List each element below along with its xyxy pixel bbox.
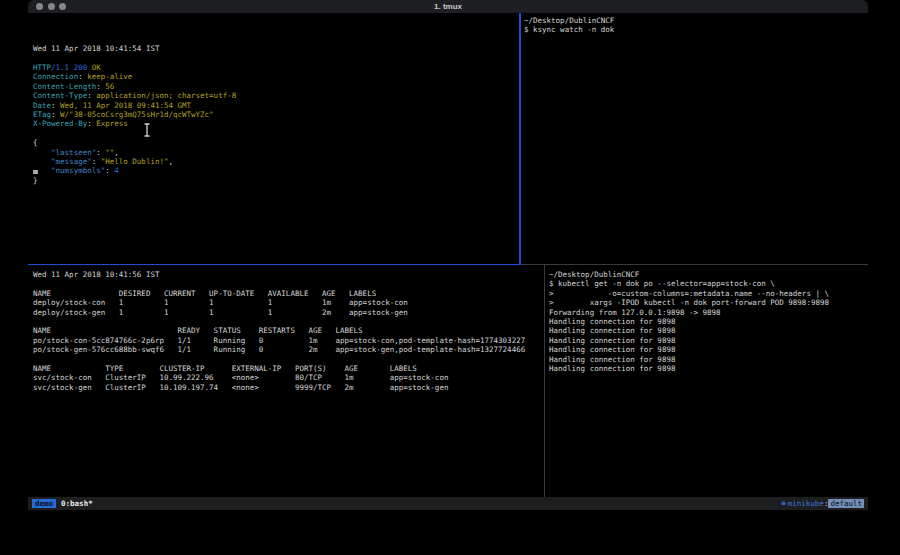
- terminal-line: $ ksync watch -n dok: [524, 25, 868, 34]
- terminal-line: po/stock-gen-576cc688bb-swqf6 1/1 Runnin…: [33, 345, 543, 354]
- pane-port-forward[interactable]: ~/Desktop/DublinCNCF$ kubectl get -n dok…: [545, 265, 868, 497]
- terminal-line: {: [33, 138, 519, 147]
- terminal-line: Handling connection for 9898: [549, 364, 868, 373]
- terminal-line: svc/stock-gen ClusterIP 10.109.197.74 <n…: [33, 383, 543, 392]
- terminal-line: [33, 279, 543, 288]
- terminal-line: deploy/stock-con 1 1 1 1 1m app=stock-co…: [33, 298, 543, 307]
- status-right: ☸minikube:default: [781, 497, 864, 510]
- terminal-line: Handling connection for 9898: [549, 336, 868, 345]
- terminal-line: Wed 11 Apr 2018 10:41:54 IST: [33, 44, 519, 53]
- terminal-line: [33, 129, 519, 138]
- kubernetes-helm-icon: ☸: [781, 499, 786, 508]
- terminal-line: "numsymbols": 4: [33, 166, 519, 175]
- terminal-line: ~/Desktop/DublinCNCF: [549, 270, 868, 279]
- terminal-line: Wed 11 Apr 2018 10:41:56 IST: [33, 270, 543, 279]
- terminal-line: Handling connection for 9898: [549, 326, 868, 335]
- desktop: 1. tmux Wed 11 Apr 2018 10:41:54 ISTHTTP…: [0, 0, 900, 555]
- status-left: demo0:bash*: [32, 497, 93, 510]
- terminal-line: ETag: W/"38-05coCsrg3mQ75sHr1d/qcWTwYZc": [33, 110, 519, 119]
- terminal-line: svc/stock-con ClusterIP 10.99.222.96 <no…: [33, 373, 543, 382]
- terminal-line: > xargs -IPOD kubectl -n dok port-forwar…: [549, 298, 868, 307]
- terminal-line: NAME READY STATUS RESTARTS AGE LABELS: [33, 326, 543, 335]
- terminal-line: [33, 54, 519, 63]
- terminal-line: Content-Length: 56: [33, 82, 519, 91]
- kube-namespace-badge: default: [828, 499, 864, 508]
- terminal-line: }: [33, 176, 519, 185]
- terminal-line: > -o=custom-columns=:metadata.name --no-…: [549, 289, 868, 298]
- terminal-line: ~/Desktop/DublinCNCF: [524, 16, 868, 25]
- terminal-line: "lastseen": "",: [33, 148, 519, 157]
- terminal-line: deploy/stock-gen 1 1 1 1 2m app=stock-ge…: [33, 308, 543, 317]
- terminal-line: $ kubectl get -n dok po --selector=app=s…: [549, 279, 868, 288]
- terminal-line: Content-Type: application/json; charset=…: [33, 91, 519, 100]
- pane-http-response[interactable]: Wed 11 Apr 2018 10:41:54 ISTHTTP/1.1 200…: [28, 13, 519, 263]
- terminal-window: 1. tmux Wed 11 Apr 2018 10:41:54 ISTHTTP…: [28, 0, 868, 510]
- terminal-line: NAME TYPE CLUSTER-IP EXTERNAL-IP PORT(S)…: [33, 364, 543, 373]
- kube-context-label: minikube: [788, 499, 824, 508]
- terminal-line: Handling connection for 9898: [549, 345, 868, 354]
- terminal-line: Forwarding from 127.0.0.1:9898 -> 9898: [549, 308, 868, 317]
- terminal-cursor: [33, 170, 38, 174]
- session-name-badge[interactable]: demo: [32, 499, 56, 508]
- pane-kubectl-get[interactable]: Wed 11 Apr 2018 10:41:56 ISTNAME DESIRED…: [28, 265, 543, 497]
- tmux-status-bar: demo0:bash* ☸minikube:default: [28, 497, 868, 510]
- terminal-line: [33, 317, 543, 326]
- window-tab-bash[interactable]: 0:bash*: [61, 499, 93, 508]
- terminal-line: po/stock-con-5cc874766c-2p6rp 1/1 Runnin…: [33, 336, 543, 345]
- terminal-line: [33, 355, 543, 364]
- terminal-line: Handling connection for 9898: [549, 355, 868, 364]
- tmux-terminal: Wed 11 Apr 2018 10:41:54 ISTHTTP/1.1 200…: [28, 13, 868, 497]
- window-title: 1. tmux: [28, 2, 868, 11]
- terminal-line: Handling connection for 9898: [549, 317, 868, 326]
- terminal-line: "message": "Hello Dublin!",: [33, 157, 519, 166]
- pane-ksync-watch[interactable]: ~/Desktop/DublinCNCF$ ksync watch -n dok: [521, 13, 868, 263]
- terminal-line: Date: Wed, 11 Apr 2018 09:41:54 GMT: [33, 101, 519, 110]
- mouse-cursor-ibeam: [143, 122, 151, 136]
- window-titlebar[interactable]: 1. tmux: [28, 0, 868, 13]
- terminal-line: NAME DESIRED CURRENT UP-TO-DATE AVAILABL…: [33, 289, 543, 298]
- terminal-line: HTTP/1.1 200 OK: [33, 63, 519, 72]
- terminal-line: Connection: keep-alive: [33, 72, 519, 81]
- terminal-line: X-Powered-By: Express: [33, 119, 519, 128]
